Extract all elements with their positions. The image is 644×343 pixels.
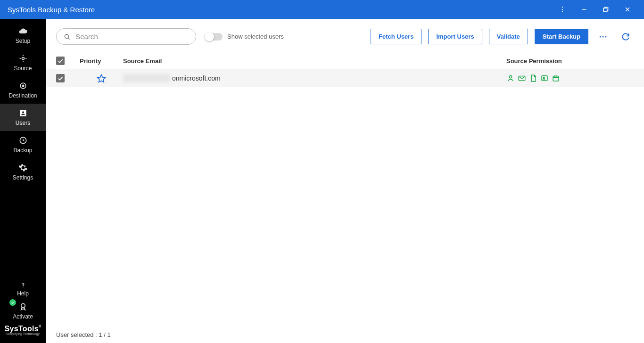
validate-button[interactable]: Validate: [489, 29, 528, 44]
vertical-dots-icon: [559, 6, 566, 13]
sidebar-item-settings[interactable]: Settings: [0, 158, 46, 186]
svg-point-22: [509, 75, 512, 78]
import-users-button[interactable]: Import Users: [428, 29, 482, 44]
sidebar-item-label: Settings: [13, 174, 33, 181]
column-header-source-email[interactable]: Source Email: [123, 57, 506, 65]
sidebar-item-label: Setup: [16, 38, 30, 44]
show-selected-toggle[interactable]: [206, 33, 223, 41]
close-icon: [624, 6, 631, 13]
document-icon: [529, 74, 537, 82]
toggle-label: Show selected users: [227, 33, 284, 40]
sidebar-item-backup[interactable]: Backup: [0, 131, 46, 158]
sidebar-item-label: Help: [17, 290, 29, 297]
svg-marker-21: [98, 75, 106, 82]
close-button[interactable]: [617, 0, 638, 19]
check-icon: [57, 57, 64, 64]
window-title: SysTools Backup & Restore: [8, 6, 95, 14]
svg-point-1: [562, 9, 563, 10]
sidebar-item-destination[interactable]: Destination: [0, 76, 46, 104]
more-options-button[interactable]: [595, 29, 611, 45]
badge-icon: [18, 302, 28, 311]
sidebar-item-label: Activate: [13, 313, 33, 320]
help-icon: [20, 282, 26, 288]
column-header-source-permission[interactable]: Source Permission: [506, 57, 634, 65]
show-selected-toggle-group: Show selected users: [206, 33, 284, 41]
search-box[interactable]: [56, 28, 196, 45]
sidebar-item-activate[interactable]: Activate: [0, 300, 46, 322]
mail-icon: [518, 74, 526, 82]
refresh-button[interactable]: [618, 29, 634, 45]
sidebar-item-source[interactable]: Source: [0, 49, 46, 76]
fetch-users-button[interactable]: Fetch Users: [371, 29, 421, 44]
select-all-checkbox[interactable]: [56, 57, 65, 65]
star-outline-icon: [97, 74, 106, 83]
main-content: Show selected users Fetch Users Import U…: [46, 19, 644, 343]
row-checkbox[interactable]: [56, 74, 65, 82]
svg-point-19: [603, 36, 604, 37]
svg-line-17: [68, 38, 69, 39]
sidebar-item-label: Users: [16, 120, 30, 126]
svg-point-18: [600, 36, 601, 37]
start-backup-button[interactable]: Start Backup: [535, 29, 588, 44]
svg-rect-3: [582, 9, 586, 9]
sidebar-item-users[interactable]: Users: [0, 104, 46, 131]
horizontal-dots-icon: [598, 32, 608, 41]
target-icon: [18, 81, 28, 90]
source-permission-cell: [506, 74, 634, 82]
toggle-knob: [205, 32, 214, 41]
user-icon: [506, 74, 515, 82]
calendar-icon: [552, 74, 560, 82]
brand-name: SysTools: [5, 325, 39, 333]
cloud-icon: [18, 26, 28, 36]
table-header: Priority Source Email Source Permission: [46, 52, 644, 69]
sidebar-item-help[interactable]: Help: [0, 278, 46, 300]
maximize-button[interactable]: [595, 0, 617, 19]
check-icon: [11, 301, 15, 304]
svg-point-16: [65, 34, 68, 38]
sidebar-item-label: Backup: [13, 147, 32, 154]
activation-status-indicator: [9, 299, 16, 306]
svg-point-9: [22, 57, 24, 60]
sidebar-item-setup[interactable]: Setup: [0, 22, 46, 49]
search-input[interactable]: [75, 33, 189, 41]
svg-rect-5: [603, 8, 607, 11]
sidebar-item-label: Destination: [8, 92, 37, 99]
sidebar: Setup Source Destination Users Backup Se…: [0, 19, 46, 343]
source-icon: [18, 54, 28, 63]
redacted-text: [123, 74, 170, 82]
contact-card-icon: [540, 74, 549, 82]
search-icon: [63, 33, 71, 41]
gear-icon: [18, 163, 28, 172]
maximize-icon: [602, 6, 610, 13]
minimize-button[interactable]: [573, 0, 595, 19]
toolbar: Show selected users Fetch Users Import U…: [46, 19, 644, 52]
priority-star[interactable]: [80, 74, 123, 83]
source-email-cell: onmicrosoft.com: [123, 74, 506, 82]
svg-point-20: [605, 36, 606, 37]
brand-logo: SysTools® Simplifying Technology: [0, 322, 46, 340]
svg-point-13: [22, 111, 24, 113]
refresh-icon: [621, 32, 630, 41]
column-header-priority[interactable]: Priority: [80, 57, 123, 65]
titlebar-menu-button[interactable]: [552, 0, 573, 19]
check-icon: [57, 75, 64, 82]
email-suffix: onmicrosoft.com: [172, 74, 221, 82]
table-row[interactable]: onmicrosoft.com: [46, 69, 644, 87]
titlebar: SysTools Backup & Restore: [0, 0, 644, 19]
svg-point-0: [562, 7, 563, 8]
svg-point-15: [21, 303, 25, 307]
svg-point-11: [22, 85, 24, 86]
status-bar: User selected : 1 / 1: [56, 331, 111, 338]
svg-point-25: [543, 77, 545, 79]
users-icon: [18, 108, 28, 118]
svg-point-2: [562, 11, 563, 12]
minimize-icon: [580, 6, 588, 13]
sidebar-item-label: Source: [14, 65, 32, 72]
svg-rect-26: [553, 76, 559, 82]
history-icon: [18, 136, 28, 145]
